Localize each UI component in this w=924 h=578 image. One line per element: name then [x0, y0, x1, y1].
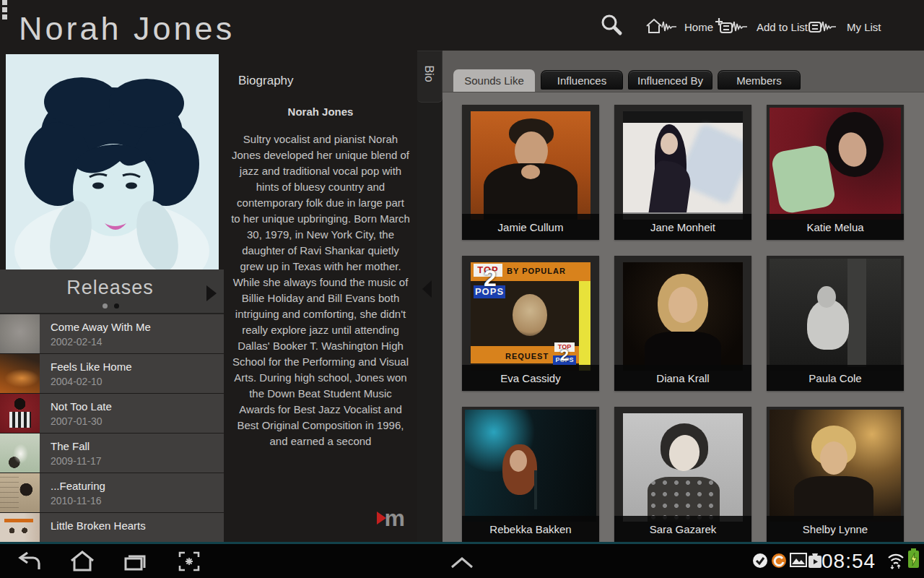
release-title: Not Too Late: [51, 400, 112, 413]
releases-list: Come Away With Me 2002-02-14 Feels Like …: [0, 314, 224, 542]
clock[interactable]: 08:54: [821, 550, 876, 573]
notification-gallery-icon[interactable]: [790, 553, 807, 570]
album-cover-thumbnail: [0, 314, 40, 353]
screen-capture-icon: [177, 550, 201, 573]
artist-card[interactable]: Sara Gazarek: [614, 407, 751, 542]
notification-store-icon[interactable]: [808, 553, 822, 571]
tab-influences[interactable]: Influences: [541, 70, 623, 90]
release-row[interactable]: Feels Like Home 2004-02-10: [0, 354, 224, 393]
artist-card[interactable]: BY POPULAR REQUEST TOP 2 POPS TOP 2 POPS…: [462, 256, 599, 391]
recent-apps-button[interactable]: [120, 550, 152, 573]
release-title: Feels Like Home: [51, 361, 132, 373]
tops-logo-number: 2: [484, 265, 497, 292]
artist-card[interactable]: Jamie Cullum: [462, 105, 599, 240]
page-indicator-dot-active: [114, 303, 119, 309]
releases-header[interactable]: Releases: [0, 269, 224, 314]
release-title: The Fall: [51, 440, 90, 452]
artist-name: Paula Cole: [767, 365, 904, 391]
artist-name: Diana Krall: [614, 365, 751, 391]
biography-artist-name: Norah Jones: [231, 105, 410, 118]
release-date: 2007-01-30: [51, 415, 103, 427]
release-date: 2009-11-17: [51, 455, 102, 467]
my-list-label: My List: [847, 21, 881, 33]
release-row[interactable]: Not Too Late 2007-01-30: [0, 394, 224, 433]
tab-bio-label: Bio: [422, 65, 435, 82]
album-cover-thumbnail: [0, 434, 40, 473]
tv-caption-bottom: REQUEST: [505, 352, 549, 361]
screen-capture-button[interactable]: [173, 550, 205, 573]
mini-apps-tray-button[interactable]: [446, 551, 478, 574]
artist-photo[interactable]: ЯR: [6, 54, 219, 269]
tab-sounds-like[interactable]: Sounds Like: [453, 69, 535, 92]
my-list-button[interactable]: My List: [807, 16, 881, 38]
tv-caption-top: BY POPULAR: [507, 267, 566, 275]
chevron-up-icon: [446, 553, 478, 572]
artist-card[interactable]: Jane Monheit: [614, 105, 751, 240]
recent-apps-icon: [123, 550, 149, 573]
artist-photo: [770, 410, 901, 522]
overflow-menu-icon: [2, 0, 7, 5]
release-row[interactable]: ...Featuring 2010-11-16: [0, 473, 224, 512]
biography-panel-title: Biography: [238, 74, 294, 88]
album-cover-thumbnail: [0, 354, 40, 393]
collapse-panel-arrow-icon[interactable]: [422, 280, 432, 298]
release-title: ...Featuring: [51, 480, 105, 492]
provider-logo-letter: m: [385, 509, 404, 527]
release-row[interactable]: Come Away With Me 2002-02-14: [0, 314, 224, 353]
artist-photo: [770, 108, 901, 220]
tab-influenced-by[interactable]: Influenced By: [628, 70, 712, 90]
artist-name: Jamie Cullum: [462, 214, 599, 240]
artist-photo: [623, 413, 743, 522]
releases-header-label: Releases: [0, 277, 220, 299]
artist-card[interactable]: Katie Melua: [767, 105, 904, 240]
home-button[interactable]: Home: [645, 16, 713, 38]
artist-name: Katie Melua: [767, 214, 904, 240]
release-date: 2002-02-14: [51, 336, 103, 348]
biography-panel: Biography Norah Jones Sultry vocalist an…: [224, 51, 417, 544]
related-artists-panel: Sounds Like Influences Influenced By Mem…: [443, 51, 924, 542]
overflow-menu-button[interactable]: [0, 0, 10, 23]
add-to-list-label: Add to List: [757, 21, 808, 33]
wifi-status-icon: [886, 551, 905, 573]
artist-name: Shelby Lynne: [767, 516, 904, 542]
release-title: Come Away With Me: [51, 321, 151, 333]
release-row[interactable]: Little Broken Hearts: [0, 513, 224, 542]
artist-photo: [471, 111, 590, 220]
notification-check-icon[interactable]: [752, 553, 768, 571]
provider-logo: m: [377, 509, 404, 527]
system-navigation-bar: 08:54: [0, 544, 924, 578]
artist-card[interactable]: Paula Cole: [767, 256, 904, 391]
artist-photo: [623, 111, 743, 220]
artist-photo-art: ЯR: [6, 54, 219, 269]
add-to-list-button[interactable]: Add to List: [711, 16, 808, 38]
release-row[interactable]: The Fall 2009-11-17: [0, 434, 224, 473]
artist-page-title: Norah Jones: [19, 10, 235, 48]
artist-name: Jane Monheit: [614, 214, 751, 240]
back-button[interactable]: [13, 550, 45, 573]
release-date: 2010-11-16: [51, 495, 102, 506]
tab-bio[interactable]: Bio: [417, 51, 443, 103]
releases-next-arrow-icon[interactable]: [206, 285, 217, 301]
back-icon: [16, 550, 42, 573]
artist-card[interactable]: Rebekka Bakken: [462, 407, 599, 542]
top-action-bar: Norah Jones Home Add to List: [0, 0, 924, 51]
album-cover-thumbnail: [0, 473, 40, 512]
biography-text[interactable]: Sultry vocalist and pianist Norah Jones …: [231, 131, 410, 449]
artist-name: Rebekka Bakken: [462, 516, 599, 542]
home-nav-button[interactable]: [66, 550, 98, 573]
artist-card[interactable]: Diana Krall: [614, 256, 751, 391]
release-date: 2004-02-10: [51, 376, 103, 387]
home-nav-icon: [69, 550, 96, 573]
search-icon: [599, 13, 624, 38]
bio-tab-strip: Bio: [417, 51, 443, 544]
notification-app-icon[interactable]: [771, 553, 787, 571]
tab-members[interactable]: Members: [718, 70, 801, 90]
artist-photo: [623, 262, 743, 371]
artist-card[interactable]: Shelby Lynne: [767, 407, 904, 542]
artist-name: Sara Gazarek: [614, 516, 751, 542]
search-button[interactable]: [599, 13, 624, 38]
tops-logo-small-number: 2: [560, 346, 569, 365]
artist-photo: BY POPULAR REQUEST TOP 2 POPS TOP 2 POPS: [471, 262, 590, 371]
home-label: Home: [684, 21, 713, 33]
add-to-list-icon: [711, 16, 751, 38]
